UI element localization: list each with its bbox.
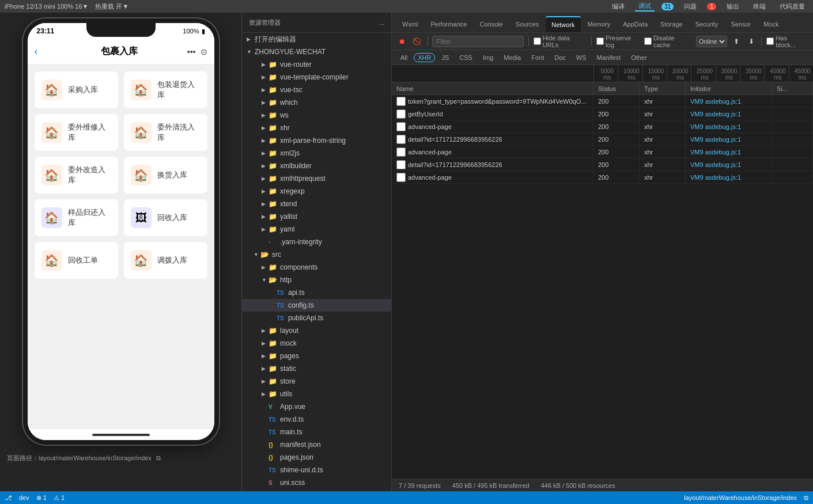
devtab-sources[interactable]: Sources	[510, 16, 544, 32]
filter-tag-js[interactable]: JS	[437, 53, 453, 62]
row-checkbox[interactable]	[396, 109, 406, 119]
devtab-performance[interactable]: Performance	[425, 16, 473, 32]
tree-item-xregexp[interactable]: ▶📁xregexp	[242, 185, 391, 198]
initiator-link[interactable]: VM9 asdebug.js:1	[690, 161, 741, 168]
device-selector[interactable]: iPhone 12/13 mini 100% 16▼	[5, 3, 88, 10]
network-row[interactable]: detail?id=171712299668395622​6 200 xhr V…	[392, 158, 813, 171]
menu-item[interactable]: 🏠 采购入库	[35, 71, 118, 108]
tree-item-xmlhttprequest[interactable]: ▶📁xmlhttprequest	[242, 172, 391, 185]
menu-item[interactable]: 🏠 委外清洗入库	[124, 114, 207, 151]
tree-item--yarn-integrity[interactable]: ·.yarn-integrity	[242, 236, 391, 248]
preserve-log-checkbox[interactable]: Preserve log	[596, 35, 641, 48]
initiator-link[interactable]: VM9 asdebug.js:1	[690, 149, 741, 156]
phone-more-button[interactable]: •••	[187, 47, 196, 56]
initiator-link[interactable]: VM9 asdebug.js:1	[690, 123, 741, 130]
initiator-link[interactable]: VM9 asdebug.js:1	[690, 174, 741, 181]
phone-scan-button[interactable]: ⊙	[201, 47, 207, 56]
error-count[interactable]: ⊗ 1	[36, 494, 47, 502]
tree-item-config-ts[interactable]: TSconfig.ts	[242, 299, 391, 312]
export-icon[interactable]: ⬇	[746, 36, 757, 47]
tree-item-main-ts[interactable]: TSmain.ts	[242, 426, 391, 438]
row-checkbox[interactable]	[396, 173, 406, 182]
menu-item[interactable]: 🖼 回收入库	[124, 199, 207, 236]
tree-item-shime-uni-d-ts[interactable]: TSshime-uni.d.ts	[242, 464, 391, 476]
tree-item-xhr[interactable]: ▶📁xhr	[242, 122, 391, 134]
devtab-appdata[interactable]: AppData	[617, 16, 653, 32]
menu-item[interactable]: 🏠 调拨入库	[124, 242, 207, 279]
devtab-memory[interactable]: Memory	[582, 16, 617, 32]
explorer-menu-icon[interactable]: ...	[379, 19, 384, 26]
problems-tab[interactable]: 问题	[680, 2, 700, 11]
disable-cache-checkbox[interactable]: Disable cache	[644, 35, 693, 48]
tree-item-vue-tsc[interactable]: ▶📁vue-tsc	[242, 84, 391, 96]
devtab-wxml[interactable]: Wxml	[396, 16, 424, 32]
preserve-log-input[interactable]	[596, 37, 604, 45]
menu-item[interactable]: 🏠 样品归还入库	[35, 199, 118, 236]
col-header-type[interactable]: Type	[640, 82, 686, 94]
tree-item-yallist[interactable]: ▶📁yallist	[242, 210, 391, 223]
col-header-size[interactable]: Si...	[772, 82, 813, 94]
project-root[interactable]: ▼ZHONGYUE-WECHAT	[242, 46, 391, 58]
initiator-link[interactable]: VM9 asdebug.js:1	[690, 136, 741, 143]
row-checkbox[interactable]	[396, 97, 406, 106]
tree-item-vue-router[interactable]: ▶📁vue-router	[242, 58, 391, 71]
import-icon[interactable]: ⬆	[731, 36, 742, 47]
record-button[interactable]: ⏺	[396, 36, 408, 47]
filter-tag-media[interactable]: Media	[500, 53, 525, 62]
tree-item-publicApi-ts[interactable]: TSpublicApi.ts	[242, 312, 391, 324]
menu-item[interactable]: 🏠 委外维修入库	[35, 114, 118, 151]
filter-tag-img[interactable]: Img	[479, 53, 497, 62]
col-header-status[interactable]: Status	[593, 82, 640, 94]
output-tab[interactable]: 输出	[723, 2, 743, 11]
tree-item-ws[interactable]: ▶📁ws	[242, 109, 391, 122]
filter-input[interactable]	[432, 36, 523, 47]
filter-tag-css[interactable]: CSS	[455, 53, 477, 62]
filter-tag-all[interactable]: All	[396, 53, 411, 62]
code-quality-tab[interactable]: 代码质量	[776, 2, 808, 11]
tree-item-vue-template-compiler[interactable]: ▶📁vue-template-compiler	[242, 71, 391, 84]
tree-item-which[interactable]: ▶📁which	[242, 96, 391, 109]
devtab-network[interactable]: Network	[546, 16, 580, 32]
filter-tag-ws[interactable]: WS	[572, 53, 591, 62]
tree-item-store[interactable]: ▶📁store	[242, 375, 391, 388]
tree-item-utils[interactable]: ▶📁utils	[242, 388, 391, 400]
devtab-security[interactable]: Security	[690, 16, 724, 32]
tree-item-App-vue[interactable]: VApp.vue	[242, 400, 391, 413]
hide-data-urls-checkbox[interactable]: Hide data URLs	[534, 35, 587, 48]
has-blocked-checkbox[interactable]: Has block...	[766, 35, 808, 48]
network-throttle-select[interactable]: Online	[696, 36, 727, 47]
tree-item-layout[interactable]: ▶📁layout	[242, 324, 391, 337]
tree-item-xml-parse-from-string[interactable]: ▶📁xml-parse-from-string	[242, 134, 391, 147]
devtab-storage[interactable]: Storage	[655, 16, 689, 32]
filter-tag-doc[interactable]: Doc	[550, 53, 570, 62]
tree-item-pages-json[interactable]: {}pages.json	[242, 451, 391, 464]
tree-item-yaml[interactable]: ▶📁yaml	[242, 223, 391, 236]
network-row[interactable]: advanced-page 200 xhr VM9 asdebug.js:1	[392, 146, 813, 158]
terminal-tab[interactable]: 终端	[750, 2, 769, 11]
phone-back-button[interactable]: ‹	[35, 46, 52, 58]
has-blocked-input[interactable]	[766, 37, 774, 45]
network-row[interactable]: detail?id=171712299668395622​6 200 xhr V…	[392, 133, 813, 146]
devtab-sensor[interactable]: Sensor	[725, 16, 757, 32]
row-checkbox[interactable]	[396, 135, 406, 144]
tree-item-src[interactable]: ▼📂src	[242, 248, 391, 261]
tree-item-uni-scss[interactable]: Suni.scss	[242, 476, 391, 489]
devtab-mock[interactable]: Mock	[758, 16, 784, 32]
tree-item-components[interactable]: ▶📁components	[242, 261, 391, 274]
tree-item-mock[interactable]: ▶📁mock	[242, 337, 391, 350]
initiator-link[interactable]: VM9 asdebug.js:1	[690, 98, 741, 105]
compile-tab[interactable]: 编译	[608, 2, 628, 11]
network-row[interactable]: advanced-page 200 xhr VM9 asdebug.js:1	[392, 120, 813, 133]
menu-item[interactable]: 🏠 换货入库	[124, 157, 207, 194]
col-header-initiator[interactable]: Initiator	[686, 82, 772, 94]
network-row[interactable]: token?grant_type=password&password=9TWpN…	[392, 95, 813, 108]
initiator-link[interactable]: VM9 asdebug.js:1	[690, 111, 741, 118]
row-checkbox[interactable]	[396, 147, 406, 157]
tree-item-http[interactable]: ▼📂http	[242, 274, 391, 286]
network-row[interactable]: advanced-page 200 xhr VM9 asdebug.js:1	[392, 171, 813, 184]
hide-data-urls-input[interactable]	[534, 37, 541, 45]
git-branch-name[interactable]: dev	[19, 494, 29, 501]
menu-item[interactable]: 🏠 委外改造入库	[35, 157, 118, 194]
tree-item-manifest-json[interactable]: {}manifest.json	[242, 438, 391, 451]
row-checkbox[interactable]	[396, 122, 406, 131]
